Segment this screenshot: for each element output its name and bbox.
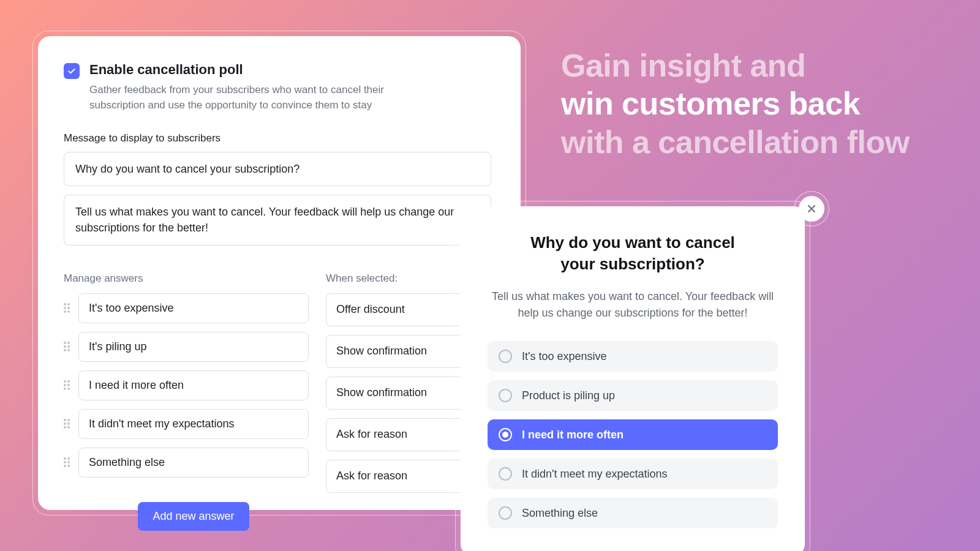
answer-row: I need it more often xyxy=(64,370,309,400)
cancellation-poll-preview: Why do you want to cancel your subscript… xyxy=(461,206,805,551)
poll-option[interactable]: Something else xyxy=(488,498,778,528)
answer-row: It didn't meet my expectations xyxy=(64,409,309,439)
radio-icon xyxy=(499,350,512,363)
poll-option-label: It didn't meet my expectations xyxy=(522,468,668,481)
enable-poll-description: Gather feedback from your subscribers wh… xyxy=(89,83,408,113)
answer-input[interactable]: It's piling up xyxy=(78,332,309,362)
close-button-frame xyxy=(794,191,829,227)
poll-option-label: I need it more often xyxy=(522,429,624,441)
preview-modal-frame: Why do you want to cancel your subscript… xyxy=(455,201,810,551)
check-icon xyxy=(67,66,77,76)
headline-line-2: win customers back xyxy=(561,86,860,121)
answer-input[interactable]: I need it more often xyxy=(78,370,309,400)
marketing-headline: Gain insight and win customers back with… xyxy=(561,47,910,161)
answer-row: It's too expensive xyxy=(64,293,309,323)
message-section-label: Message to display to subscribers xyxy=(64,132,491,144)
radio-icon xyxy=(499,389,512,402)
poll-option[interactable]: It's too expensive xyxy=(488,341,778,372)
drag-handle-icon[interactable] xyxy=(64,340,72,353)
enable-poll-row: Enable cancellation poll Gather feedback… xyxy=(64,62,491,113)
answer-input[interactable]: It didn't meet my expectations xyxy=(78,409,309,439)
radio-icon xyxy=(499,428,512,441)
poll-option-label: It's too expensive xyxy=(522,350,607,363)
headline-line-1: Gain insight and xyxy=(561,48,805,83)
drag-handle-icon[interactable] xyxy=(64,378,72,392)
poll-option[interactable]: Product is piling up xyxy=(488,380,778,411)
drag-handle-icon[interactable] xyxy=(64,455,72,469)
answer-row: It's piling up xyxy=(64,332,309,362)
radio-icon xyxy=(499,506,512,520)
drag-handle-icon[interactable] xyxy=(64,301,72,315)
preview-description: Tell us what makes you want to cancel. Y… xyxy=(488,288,778,321)
headline-line-3: with a cancellation flow xyxy=(561,124,910,160)
drag-handle-icon[interactable] xyxy=(64,417,72,430)
enable-poll-checkbox[interactable] xyxy=(64,63,80,79)
answer-input[interactable]: It's too expensive xyxy=(78,293,309,323)
answer-input[interactable]: Something else xyxy=(78,448,309,478)
poll-option-label: Something else xyxy=(522,507,598,520)
poll-option[interactable]: I need it more often xyxy=(488,419,778,450)
poll-option-label: Product is piling up xyxy=(522,389,615,402)
answer-row: Something else xyxy=(64,448,309,478)
manage-answers-label: Manage answers xyxy=(64,272,309,285)
admin-card: Enable cancellation poll Gather feedback… xyxy=(38,36,521,510)
preview-title: Why do you want to cancel your subscript… xyxy=(488,232,778,275)
enable-poll-label: Enable cancellation poll xyxy=(89,62,408,78)
poll-description-input[interactable]: Tell us what makes you want to cancel. Y… xyxy=(64,195,491,245)
close-button[interactable] xyxy=(799,196,824,222)
close-icon xyxy=(805,203,818,215)
poll-question-input[interactable]: Why do you want to cancel your subscript… xyxy=(64,152,491,186)
radio-icon xyxy=(499,467,512,481)
add-answer-button[interactable]: Add new answer xyxy=(138,502,249,531)
poll-option[interactable]: It didn't meet my expectations xyxy=(488,459,778,489)
admin-card-frame: Enable cancellation poll Gather feedback… xyxy=(32,31,526,515)
